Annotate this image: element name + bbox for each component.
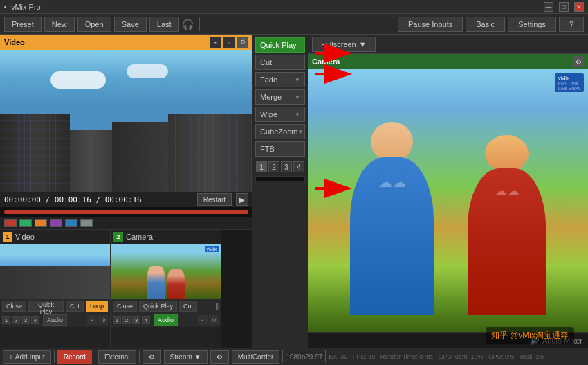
input-audio-btn-2[interactable]: Audio <box>154 314 178 326</box>
trans-num-3[interactable]: 3 <box>281 161 292 172</box>
maximize-button[interactable]: □ <box>559 2 569 12</box>
input-audio-btn-1[interactable]: Audio <box>43 314 67 326</box>
stream-button[interactable]: Stream ▼ <box>164 350 208 364</box>
toolbar-separator <box>199 17 200 31</box>
ftb-label: FTB <box>260 145 275 153</box>
ftb-button[interactable]: FTB <box>255 141 305 157</box>
input-close-btn-2[interactable]: Close <box>113 301 137 312</box>
preview-icon1[interactable]: ▪ <box>210 37 221 48</box>
input-bottom-controls-2: 1 2 3 4 Audio ▪ ⚙ <box>111 313 221 327</box>
toolbar-right-section: Pause Inputs Basic Settings ? <box>398 17 584 32</box>
settings-button[interactable]: Settings <box>508 17 556 32</box>
swatch-orange[interactable] <box>35 219 47 227</box>
input-num-2-2[interactable]: 2 <box>122 316 131 324</box>
input-num-1-1[interactable]: 1 <box>2 316 10 324</box>
preview-frame <box>0 50 252 192</box>
bottom-toolbar: + Add Input Record External ⚙ Stream ▼ ⚙… <box>0 348 588 365</box>
input-item-camera: 2 Camera vMix Close <box>111 230 221 348</box>
gear-button-1[interactable]: ⚙ <box>143 350 161 364</box>
scrubber-container[interactable] <box>0 207 252 217</box>
input-num-2-4[interactable]: 4 <box>142 316 150 324</box>
gear-button-2[interactable]: ⚙ <box>210 350 229 364</box>
input-quickplay-btn-1[interactable]: Quick Play <box>28 301 64 312</box>
last-button[interactable]: Last <box>149 17 179 32</box>
vmix-label: vMix <box>205 246 219 252</box>
play-button[interactable]: ▶ <box>236 193 248 206</box>
basic-button[interactable]: Basic <box>466 17 505 32</box>
camera-video-area: ☁☁ ☁☁ vMix Fun TimeLive Show <box>308 69 588 332</box>
input-bottom-controls-1: 1 2 3 4 Audio ▪ ⚙ <box>0 313 110 327</box>
input-num-1-2[interactable]: 2 <box>12 316 20 324</box>
stream-label: Stream <box>170 353 192 361</box>
time-display: 00:00:00 / 00:00:16 / 00:00:16 <box>4 195 142 204</box>
input-loop-btn-1[interactable]: Loop <box>86 301 108 312</box>
multicorder-button[interactable]: MultiCorder <box>232 350 280 364</box>
transition-numbers: 1 2 3 4 <box>256 161 304 172</box>
save-button[interactable]: Save <box>114 17 147 32</box>
swatch-red[interactable] <box>4 219 17 227</box>
person-right-head <box>485 135 528 172</box>
swatch-purple[interactable] <box>50 219 62 227</box>
time-sep2: / <box>95 195 104 204</box>
preview-gear-icon[interactable]: ⚙ <box>237 37 248 48</box>
swatch-blue[interactable] <box>65 219 77 227</box>
bottom-separator-2 <box>95 350 95 363</box>
person-left-clouds: ☁☁ <box>350 157 434 190</box>
input-icon-monitor-1[interactable]: ▪ <box>87 315 97 325</box>
input-close-btn-1[interactable]: Close <box>2 301 26 312</box>
trans-num-4[interactable]: 4 <box>293 161 304 172</box>
wipe-button[interactable]: Wipe ▼ <box>255 107 305 122</box>
fullscreen-label: Fullscreen <box>321 40 356 48</box>
preview-video <box>0 50 252 192</box>
preview-icon2[interactable]: ▫ <box>223 37 235 48</box>
swatch-gray[interactable] <box>80 219 93 227</box>
bottom-separator-3 <box>139 350 140 363</box>
input-num-2-3[interactable]: 3 <box>132 316 140 324</box>
cubezoom-button[interactable]: CubeZoom ▼ <box>255 124 305 139</box>
fullscreen-button[interactable]: Fullscreen ▼ <box>312 37 376 52</box>
input-num-1-4[interactable]: 4 <box>31 316 39 324</box>
restart-button[interactable]: Restart <box>197 193 232 206</box>
camera-vmix-text: vMix <box>558 75 580 81</box>
swatch-green[interactable] <box>19 219 32 227</box>
building1-windows <box>0 114 70 192</box>
bottom-separator-1 <box>54 350 55 363</box>
input-item-video: 1 Video Close Quick Play Cut Loop <box>0 230 111 348</box>
input-cut-btn-1[interactable]: Cut <box>66 301 84 312</box>
input-num-1-3[interactable]: 3 <box>21 316 30 324</box>
time-sep1: / <box>46 195 55 204</box>
trans-num-1[interactable]: 1 <box>256 161 267 172</box>
total-label: Total: 1% <box>519 353 544 360</box>
preset-button[interactable]: Preset <box>4 17 42 32</box>
help-button[interactable]: ? <box>559 17 584 32</box>
external-button[interactable]: External <box>98 350 136 364</box>
new-button[interactable]: New <box>44 17 75 32</box>
cut-button[interactable]: Cut <box>255 55 305 70</box>
record-button[interactable]: Record <box>57 350 92 364</box>
close-button[interactable]: ✕ <box>574 2 584 12</box>
input-quickplay-btn-2[interactable]: Quick Play <box>139 301 177 312</box>
pause-inputs-button[interactable]: Pause Inputs <box>398 17 463 32</box>
minimize-button[interactable]: — <box>544 2 553 12</box>
fade-button[interactable]: Fade ▼ <box>255 72 305 87</box>
cloud1 <box>50 71 106 89</box>
building4-windows <box>168 114 252 192</box>
input-icon-settings-2[interactable]: ⚙ <box>209 315 219 325</box>
trans-num-2[interactable]: 2 <box>268 161 279 172</box>
render-label: Render Time: 0 ms <box>380 353 433 360</box>
input-num-2-1[interactable]: 1 <box>113 316 121 324</box>
input-number-2: 2 <box>113 232 123 242</box>
input-controls-camera: Close Quick Play Cut || <box>111 299 221 313</box>
stream-arrow-icon: ▼ <box>194 353 201 361</box>
gpu-label: GPU Mem: 10% <box>438 353 483 360</box>
camera-gear-button[interactable]: ⚙ <box>573 56 584 67</box>
input-numbers-1: 1 2 3 4 <box>2 316 39 324</box>
merge-button[interactable]: Merge ▼ <box>255 89 305 105</box>
input-cut-btn-2[interactable]: Cut <box>179 301 197 312</box>
quick-play-button[interactable]: Quick Play <box>255 37 305 53</box>
watermark: 知乎 @vMix淘宝通奔 <box>486 327 574 344</box>
add-input-button[interactable]: + Add Input <box>3 350 51 364</box>
input-icon-settings-1[interactable]: ⚙ <box>98 315 108 325</box>
input-icon-monitor-2[interactable]: ▪ <box>198 315 208 325</box>
open-button[interactable]: Open <box>77 17 111 32</box>
